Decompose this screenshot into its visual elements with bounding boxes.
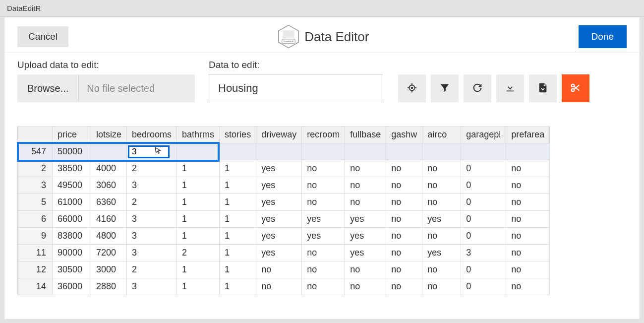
cell-prefarea[interactable]: no: [506, 261, 550, 278]
cell-stories[interactable]: 1: [220, 194, 256, 211]
cell-bathrms[interactable]: 1: [177, 177, 220, 194]
col-gashw[interactable]: gashw: [386, 127, 422, 143]
cell-driveway[interactable]: no: [256, 261, 302, 278]
rownum-cell[interactable]: 9: [18, 228, 53, 245]
rownum-cell[interactable]: 14: [18, 278, 53, 295]
filter-button[interactable]: [431, 74, 459, 102]
cell-prefarea[interactable]: no: [506, 211, 550, 228]
cell-lotsize[interactable]: 3000: [91, 261, 127, 278]
table-row[interactable]: 6660004160311yesyesyesnoyes0no: [18, 211, 550, 228]
cell-bathrms[interactable]: 2: [177, 245, 220, 261]
cell-empty[interactable]: [302, 143, 345, 160]
cell-fullbase[interactable]: yes: [345, 228, 386, 245]
col-garagepl[interactable]: garagepl: [461, 127, 506, 143]
table-row[interactable]: 5610006360211yesnononono0no: [18, 194, 550, 211]
cell-prefarea[interactable]: no: [506, 194, 550, 211]
cell-airco[interactable]: no: [422, 261, 461, 278]
cell-fullbase[interactable]: yes: [345, 211, 386, 228]
cell-bedrooms[interactable]: 2: [127, 160, 177, 177]
cell-bedrooms[interactable]: 2: [127, 194, 177, 211]
cell-empty[interactable]: [256, 143, 302, 160]
cell-airco[interactable]: yes: [422, 211, 461, 228]
rownum-cell[interactable]: 547: [18, 143, 53, 160]
rownum-cell[interactable]: 2: [18, 160, 53, 177]
cell-lotsize[interactable]: 6360: [91, 194, 127, 211]
cell-gashw[interactable]: no: [386, 228, 422, 245]
col-bathrms[interactable]: bathrms: [177, 127, 220, 143]
data-name-input[interactable]: [209, 74, 382, 102]
cell-price[interactable]: 36000: [53, 278, 91, 295]
cell-stories[interactable]: 1: [220, 228, 256, 245]
cell-bedrooms[interactable]: 3: [127, 177, 177, 194]
cell-empty[interactable]: [506, 143, 550, 160]
cell-bedrooms[interactable]: 3: [127, 228, 177, 245]
col-airco[interactable]: airco: [422, 127, 461, 143]
col-driveway[interactable]: driveway: [256, 127, 302, 143]
table-row[interactable]: 11900007200321yesnoyesnoyes3no: [18, 245, 550, 261]
cell-bedrooms[interactable]: 3: [127, 278, 177, 295]
col-stories[interactable]: stories: [220, 127, 256, 143]
col-fullbase[interactable]: fullbase: [345, 127, 386, 143]
cell-airco[interactable]: no: [422, 228, 461, 245]
col-price[interactable]: price: [53, 127, 91, 143]
cell-price[interactable]: 49500: [53, 177, 91, 194]
cell-empty[interactable]: [177, 143, 220, 160]
cell-recroom[interactable]: no: [302, 194, 345, 211]
target-button[interactable]: [398, 74, 426, 102]
cell-stories[interactable]: 1: [220, 211, 256, 228]
cell-driveway[interactable]: yes: [256, 160, 302, 177]
cell-price[interactable]: 83800: [53, 228, 91, 245]
cell-lotsize[interactable]: 2880: [91, 278, 127, 295]
cell-price[interactable]: 66000: [53, 211, 91, 228]
cell-bedrooms[interactable]: 3: [127, 211, 177, 228]
cell-lotsize[interactable]: 3060: [91, 177, 127, 194]
cell-airco[interactable]: yes: [422, 245, 461, 261]
cell-fullbase[interactable]: no: [345, 194, 386, 211]
cell-recroom[interactable]: no: [302, 160, 345, 177]
cell-lotsize[interactable]: 4000: [91, 160, 127, 177]
cell-price[interactable]: 61000: [53, 194, 91, 211]
table-row[interactable]: 12305003000211nonononono0no: [18, 261, 550, 278]
cell-price[interactable]: 90000: [53, 245, 91, 261]
cell-airco[interactable]: no: [422, 194, 461, 211]
cell-garagepl[interactable]: 0: [461, 177, 506, 194]
cell-stories[interactable]: 1: [220, 177, 256, 194]
cell-editor-input[interactable]: [128, 145, 170, 158]
cell-garagepl[interactable]: 0: [461, 211, 506, 228]
cell-airco[interactable]: no: [422, 177, 461, 194]
cell-fullbase[interactable]: yes: [345, 245, 386, 261]
cell-bathrms[interactable]: 1: [177, 278, 220, 295]
cell-stories[interactable]: 1: [220, 160, 256, 177]
rownum-cell[interactable]: 5: [18, 194, 53, 211]
cell-empty[interactable]: [461, 143, 506, 160]
cell-garagepl[interactable]: 3: [461, 245, 506, 261]
cell-garagepl[interactable]: 0: [461, 160, 506, 177]
cell-driveway[interactable]: no: [256, 278, 302, 295]
cell-driveway[interactable]: yes: [256, 211, 302, 228]
cell-prefarea[interactable]: no: [506, 160, 550, 177]
rownum-cell[interactable]: 6: [18, 211, 53, 228]
cell-prefarea[interactable]: no: [506, 228, 550, 245]
cell-garagepl[interactable]: 0: [461, 194, 506, 211]
cell-airco[interactable]: no: [422, 278, 461, 295]
table-row[interactable]: 14360002880311nonononono0no: [18, 278, 550, 295]
cell-airco[interactable]: no: [422, 160, 461, 177]
cell-empty[interactable]: [345, 143, 386, 160]
cell-gashw[interactable]: no: [386, 194, 422, 211]
browse-button[interactable]: Browse...: [17, 74, 79, 102]
refresh-button[interactable]: [464, 74, 491, 102]
cell-price[interactable]: 30500: [53, 261, 91, 278]
cell-lotsize[interactable]: 7200: [91, 245, 127, 261]
table-row-active[interactable]: 54750000: [18, 143, 550, 160]
cell-driveway[interactable]: yes: [256, 245, 302, 261]
cell-price[interactable]: 50000: [53, 143, 91, 160]
cell-gashw[interactable]: no: [386, 160, 422, 177]
cell-gashw[interactable]: no: [386, 278, 422, 295]
rownum-cell[interactable]: 11: [18, 245, 53, 261]
col-recroom[interactable]: recroom: [302, 127, 345, 143]
cell-lotsize[interactable]: 4800: [91, 228, 127, 245]
cell-gashw[interactable]: no: [386, 177, 422, 194]
cell-gashw[interactable]: no: [386, 211, 422, 228]
cell-recroom[interactable]: no: [302, 261, 345, 278]
cell-driveway[interactable]: yes: [256, 194, 302, 211]
